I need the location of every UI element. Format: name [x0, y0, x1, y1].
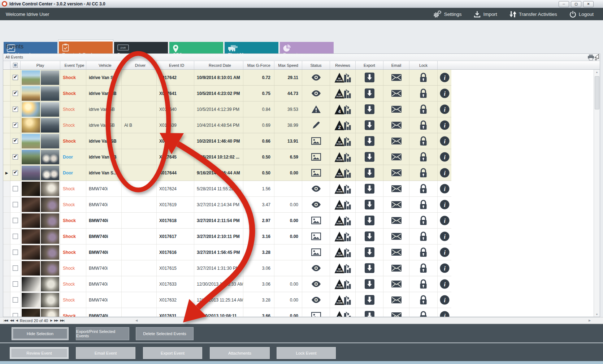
- email-icon[interactable]: [391, 265, 402, 272]
- column-header-max-speed[interactable]: Max Speed: [274, 61, 302, 69]
- close-button[interactable]: ✕: [583, 1, 594, 7]
- table-row[interactable]: ShockBMW740iX0176193/27/2014 2:14:34 PM3…: [3, 197, 451, 213]
- row-checkbox[interactable]: [13, 313, 18, 317]
- row-checkbox[interactable]: [13, 250, 18, 255]
- row-checkbox[interactable]: ✔: [13, 107, 18, 112]
- row-checkbox[interactable]: [13, 218, 18, 223]
- review-score-badge[interactable]: NOSCORE: [334, 295, 351, 306]
- menu-action-logout[interactable]: Logout: [569, 10, 594, 18]
- info-icon[interactable]: i: [440, 295, 450, 305]
- forward-records-icon[interactable]: ▶▶: [54, 319, 58, 322]
- column-header-export[interactable]: Export: [356, 61, 383, 69]
- maximize-button[interactable]: ▢: [571, 1, 581, 7]
- table-row[interactable]: ✔Shockidrive Van SBX01764110/5/2014 4:23…: [3, 86, 451, 101]
- email-icon[interactable]: [391, 217, 402, 224]
- table-row[interactable]: ✔Shockidrive Van SBX01764010/5/2014 4:12…: [3, 101, 451, 117]
- event-thumbnail[interactable]: [21, 149, 60, 165]
- hscroll-left-icon[interactable]: ◀: [135, 319, 138, 322]
- review-score-badge[interactable]: 4: [334, 104, 351, 115]
- column-header-event-id[interactable]: Event ID: [157, 61, 194, 69]
- column-header-checkbox[interactable]: [10, 61, 21, 69]
- column-header-email[interactable]: Email: [383, 61, 409, 69]
- event-thumbnail[interactable]: [21, 86, 60, 101]
- table-row[interactable]: ▶✔Dooridrive Van S...X0176449/16/2014 8:…: [3, 165, 451, 181]
- table-row[interactable]: ✔Shockidrive Van SBX01764310/2/2014 1:46…: [3, 133, 451, 149]
- column-header-record-date[interactable]: Record Date: [194, 61, 243, 69]
- event-thumbnail[interactable]: [21, 276, 60, 292]
- lock-icon[interactable]: [420, 104, 427, 114]
- menu-action-transfer-activities[interactable]: Transfer Activities: [509, 10, 557, 18]
- export-print-selected-events-button[interactable]: Export/Print Selected Events: [76, 327, 129, 340]
- vertical-scrollbar-thumb[interactable]: [595, 76, 599, 109]
- email-icon[interactable]: [391, 169, 402, 176]
- column-header-max-g-force[interactable]: Max G-Force: [243, 61, 274, 69]
- review-score-badge[interactable]: NOSCORE: [334, 168, 351, 178]
- column-header-status[interactable]: Status: [302, 61, 330, 69]
- lock-icon[interactable]: [420, 247, 427, 257]
- event-thumbnail[interactable]: [21, 133, 60, 149]
- info-icon[interactable]: i: [440, 136, 450, 146]
- table-row[interactable]: ShockBMW740iX0176183/27/2014 2:11:54 PM2…: [3, 213, 451, 229]
- email-icon[interactable]: [391, 249, 402, 256]
- delete-selected-events-button[interactable]: Delete Selected Events: [136, 327, 194, 340]
- info-icon[interactable]: i: [440, 216, 450, 225]
- lock-icon[interactable]: [420, 231, 427, 241]
- column-header-event-type[interactable]: Event Type: [60, 61, 86, 69]
- attachments-button[interactable]: Attachments: [210, 347, 270, 359]
- row-checkbox[interactable]: ✔: [13, 75, 18, 80]
- lock-icon[interactable]: [420, 73, 427, 82]
- lock-icon[interactable]: [420, 311, 427, 317]
- row-checkbox[interactable]: [13, 234, 18, 239]
- menu-action-settings[interactable]: Settings: [433, 10, 462, 18]
- export-icon[interactable]: [365, 263, 374, 273]
- event-thumbnail[interactable]: [21, 229, 60, 244]
- table-row[interactable]: ✔Shockidrive Van SBX01764210/9/2014 8:10…: [3, 70, 451, 86]
- export-icon[interactable]: [365, 184, 374, 194]
- column-header-selector[interactable]: [3, 61, 10, 69]
- scroll-down-icon[interactable]: ▼: [594, 313, 600, 316]
- email-icon[interactable]: [391, 153, 402, 160]
- lock-icon[interactable]: [420, 263, 427, 273]
- review-event-button[interactable]: Review Event: [10, 347, 69, 359]
- export-icon[interactable]: [365, 88, 374, 98]
- event-thumbnail[interactable]: [21, 197, 60, 212]
- export-icon[interactable]: [365, 279, 374, 289]
- email-event-button[interactable]: Email Event: [76, 347, 135, 359]
- menu-action-import[interactable]: Import: [474, 10, 497, 18]
- review-score-badge[interactable]: NOSCORE: [334, 152, 351, 162]
- info-icon[interactable]: i: [440, 120, 450, 130]
- event-thumbnail[interactable]: [21, 70, 60, 85]
- email-icon[interactable]: [391, 122, 402, 129]
- event-thumbnail[interactable]: [21, 213, 60, 228]
- export-icon[interactable]: [365, 200, 374, 209]
- lock-icon[interactable]: [420, 88, 427, 98]
- row-checkbox[interactable]: ✔: [13, 170, 18, 176]
- row-checkbox[interactable]: [13, 202, 18, 207]
- export-icon[interactable]: [365, 247, 374, 257]
- email-icon[interactable]: [391, 201, 402, 208]
- row-checkbox[interactable]: ✔: [13, 138, 18, 144]
- email-icon[interactable]: [391, 281, 402, 287]
- export-icon[interactable]: [365, 73, 374, 82]
- review-score-badge[interactable]: NOSCORE: [334, 183, 351, 194]
- table-row[interactable]: ShockBMW740iX0176173/27/2014 2:10:11 PM3…: [3, 229, 451, 244]
- scroll-up-icon[interactable]: ▲: [594, 71, 600, 73]
- export-event-button[interactable]: Export Event: [143, 347, 202, 359]
- lock-icon[interactable]: [420, 184, 427, 194]
- export-icon[interactable]: [365, 152, 374, 162]
- info-icon[interactable]: i: [440, 231, 450, 241]
- event-thumbnail[interactable]: [21, 181, 60, 196]
- table-row[interactable]: ✔Dooridrive Van SBX0176459/25/2014 10:12…: [3, 149, 451, 165]
- review-score-badge[interactable]: NOSCORE: [334, 231, 351, 242]
- info-icon[interactable]: i: [440, 311, 450, 317]
- hscroll-right-icon[interactable]: ▶: [589, 319, 591, 322]
- vertical-scrollbar[interactable]: ▲ ▼: [594, 70, 600, 317]
- table-row[interactable]: ShockBMW740iX01763212/30/2013 11:25:14 A…: [3, 292, 451, 308]
- lock-icon[interactable]: [420, 295, 427, 305]
- info-icon[interactable]: i: [440, 152, 450, 162]
- info-icon[interactable]: i: [440, 104, 450, 114]
- table-row[interactable]: ✔Shockidrive Van SBAl BX01763910/4/2014 …: [3, 117, 451, 133]
- info-icon[interactable]: i: [440, 88, 450, 98]
- column-header-info[interactable]: [438, 61, 451, 69]
- table-row[interactable]: ShockBMW740iX0176153/27/2014 1:31:30 PM3…: [3, 260, 451, 276]
